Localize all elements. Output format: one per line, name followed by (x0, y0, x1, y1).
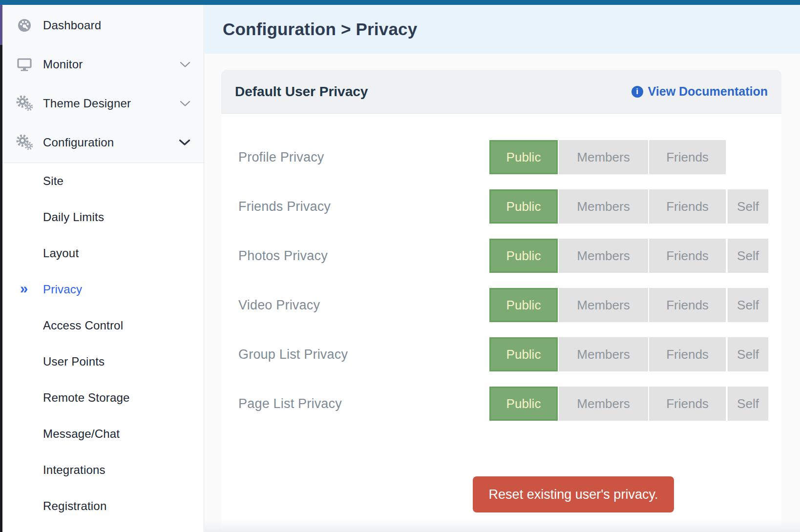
option-public-selected[interactable]: Public (489, 288, 558, 322)
sidebar-sub-nav: Site Daily Limits Layout » Privacy Acces… (2, 163, 204, 524)
privacy-row-group-list: Group List Privacy Public Members Friend… (238, 337, 772, 371)
gears-icon (16, 95, 33, 112)
reset-privacy-button[interactable]: Reset existing user's privacy. (473, 476, 674, 512)
sidebar-item-monitor[interactable]: Monitor (2, 45, 204, 84)
sidebar-item-daily-limits[interactable]: Daily Limits (2, 199, 204, 235)
window-edge (0, 0, 2, 532)
option-self[interactable]: Self (728, 239, 768, 273)
option-members[interactable]: Members (559, 189, 648, 224)
option-public-selected[interactable]: Public (489, 387, 558, 421)
gears-icon (16, 134, 33, 151)
option-friends[interactable]: Friends (649, 288, 726, 322)
sidebar-item-label: Configuration (43, 136, 114, 149)
privacy-row-profile: Profile Privacy Public Members Friends (238, 140, 772, 174)
sidebar-main-nav: Dashboard Monitor (2, 5, 204, 163)
page-header: Configuration > Privacy (205, 5, 800, 54)
sidebar: Dashboard Monitor (2, 5, 204, 532)
row-label: Video Privacy (238, 288, 320, 322)
privacy-option-group: Public Members Friends Self (489, 337, 768, 371)
privacy-row-friends: Friends Privacy Public Members Friends S… (238, 189, 772, 224)
privacy-option-group: Public Members Friends Self (489, 239, 768, 273)
privacy-row-photos: Photos Privacy Public Members Friends Se… (238, 239, 772, 273)
view-documentation-label: View Documentation (648, 84, 768, 99)
view-documentation-link[interactable]: i View Documentation (632, 84, 768, 99)
option-public-selected[interactable]: Public (489, 189, 558, 224)
sidebar-item-label: Monitor (43, 58, 83, 71)
option-self[interactable]: Self (728, 337, 768, 371)
option-friends[interactable]: Friends (649, 189, 726, 224)
option-friends[interactable]: Friends (649, 140, 726, 174)
option-public-selected[interactable]: Public (489, 337, 558, 371)
row-label: Photos Privacy (238, 239, 328, 273)
option-self[interactable]: Self (728, 387, 768, 421)
option-members[interactable]: Members (559, 387, 648, 421)
card-title: Default User Privacy (235, 84, 368, 100)
privacy-option-group: Public Members Friends Self (489, 189, 768, 224)
sidebar-item-integrations[interactable]: Integrations (2, 452, 204, 488)
option-public-selected[interactable]: Public (489, 239, 558, 273)
privacy-option-group: Public Members Friends (489, 140, 726, 174)
option-members[interactable]: Members (559, 288, 648, 322)
sidebar-item-access-control[interactable]: Access Control (2, 307, 204, 344)
option-friends[interactable]: Friends (649, 337, 726, 371)
card-header: Default User Privacy i View Documentatio… (221, 70, 781, 114)
option-members[interactable]: Members (559, 140, 648, 174)
window-edge-accent (0, 5, 2, 45)
sidebar-item-remote-storage[interactable]: Remote Storage (2, 380, 204, 416)
option-members[interactable]: Members (559, 337, 648, 371)
privacy-row-page-list: Page List Privacy Public Members Friends… (238, 387, 772, 421)
sidebar-item-registration[interactable]: Registration (2, 488, 204, 524)
sidebar-item-theme-designer[interactable]: Theme Designer (2, 84, 204, 123)
sidebar-item-user-points[interactable]: User Points (2, 344, 204, 380)
sidebar-item-configuration[interactable]: Configuration (2, 123, 204, 162)
sidebar-item-dashboard[interactable]: Dashboard (2, 6, 204, 45)
privacy-row-video: Video Privacy Public Members Friends Sel… (238, 288, 772, 322)
row-label: Profile Privacy (238, 140, 324, 174)
default-user-privacy-card: Default User Privacy i View Documentatio… (221, 70, 781, 532)
double-chevron-right-icon: » (20, 282, 28, 296)
chevron-down-icon (179, 139, 190, 146)
option-public-selected[interactable]: Public (489, 140, 558, 174)
sidebar-item-message-chat[interactable]: Message/Chat (2, 416, 204, 452)
option-self[interactable]: Self (728, 288, 768, 322)
option-self[interactable]: Self (728, 189, 768, 224)
dashboard-icon (16, 17, 33, 34)
info-circle-icon: i (632, 86, 643, 98)
sidebar-item-layout[interactable]: Layout (2, 235, 204, 271)
option-members[interactable]: Members (559, 239, 648, 273)
page-title: Configuration > Privacy (223, 20, 417, 39)
monitor-icon (16, 56, 33, 73)
sidebar-item-site[interactable]: Site (2, 163, 204, 199)
row-label: Page List Privacy (238, 387, 342, 421)
chevron-down-icon (180, 61, 190, 68)
row-label: Group List Privacy (238, 337, 348, 371)
privacy-option-group: Public Members Friends Self (489, 288, 768, 322)
sidebar-item-label: Theme Designer (43, 97, 131, 110)
top-bar (0, 0, 800, 5)
row-label: Friends Privacy (238, 189, 331, 224)
sidebar-item-label: Dashboard (43, 19, 101, 32)
option-friends[interactable]: Friends (649, 239, 726, 273)
chevron-down-icon (180, 101, 190, 107)
option-friends[interactable]: Friends (649, 387, 726, 421)
sidebar-item-privacy[interactable]: » Privacy (2, 271, 204, 307)
privacy-option-group: Public Members Friends Self (489, 387, 768, 421)
